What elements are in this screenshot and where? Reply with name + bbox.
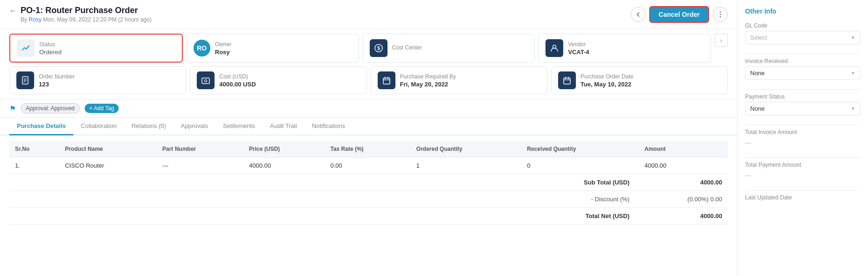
table-row: 1. CISCO Router --- 4000.00 0.00 1 0 400… — [9, 157, 728, 174]
col-product-name: Product Name — [59, 141, 157, 157]
divider-1 — [745, 54, 861, 54]
invoice-received-select[interactable]: None ▼ — [745, 66, 861, 80]
gl-code-select[interactable]: Select ▼ — [745, 31, 861, 44]
tab-collaboration[interactable]: Collaboration — [73, 118, 124, 135]
purchase-required-by-info: Purchase Required By Fri, May 20, 2022 — [400, 73, 456, 88]
total-label: Total Net (USD) — [522, 208, 639, 225]
cancel-order-button[interactable]: Cancel Order — [649, 6, 709, 23]
order-number-value: 123 — [39, 81, 75, 88]
total-payment-amount-value: --- — [745, 170, 861, 181]
status-card[interactable]: Status Ordered — [9, 34, 183, 63]
discount-row: - Discount (%) (0.00%) 0.00 — [9, 191, 728, 208]
cost-center-info: Cost Center — [392, 44, 422, 52]
col-amount: Amount — [639, 141, 728, 157]
tab-approvals[interactable]: Approvals — [173, 118, 215, 135]
owner-info: Owner Rosy — [215, 41, 231, 56]
purchase-order-date-info: Purchase Order Date Tue, May 10, 2022 — [581, 73, 633, 88]
approval-tag: Approval: Approved — [21, 103, 80, 113]
cell-part-number: --- — [157, 157, 244, 174]
purchase-required-by-value: Fri, May 20, 2022 — [400, 81, 456, 88]
status-info: Status Ordered — [39, 41, 62, 56]
svg-point-0 — [720, 11, 721, 12]
svg-text:$: $ — [377, 45, 380, 51]
cost-center-card[interactable]: $ Cost Center — [363, 34, 535, 63]
sidebar-title: Other Info — [745, 7, 861, 15]
purchase-required-by-label: Purchase Required By — [400, 73, 456, 80]
owner-card[interactable]: RO Owner Rosy — [187, 34, 359, 63]
cell-product-name: CISCO Router — [59, 157, 157, 174]
purchase-required-by-card[interactable]: Purchase Required By Fri, May 20, 2022 — [371, 66, 547, 94]
payment-status-select[interactable]: None ▼ — [745, 102, 861, 115]
svg-point-2 — [720, 16, 721, 17]
tab-audit-trail[interactable]: Audit Trail — [263, 118, 305, 135]
table-container: Sr.No Product Name Part Number Price (US… — [0, 135, 737, 276]
header-datetime: Mon, May 09, 2022 12:20 PM (2 hours ago) — [43, 16, 151, 23]
more-icon — [717, 11, 724, 18]
cell-price: 4000.00 — [244, 157, 325, 174]
purchase-order-date-label: Purchase Order Date — [581, 73, 633, 80]
cost-usd-info: Cost (USD) 4000.00 USD — [219, 73, 256, 88]
owner-label: Owner — [215, 41, 231, 48]
purchase-order-date-icon — [558, 71, 576, 89]
vendor-label: Vendor — [568, 41, 589, 48]
total-invoice-amount-label: Total Invoice Amount — [745, 129, 861, 135]
svg-rect-10 — [202, 78, 209, 84]
author-link[interactable]: Rosy — [29, 16, 41, 23]
tab-settlements[interactable]: Settlements — [215, 118, 263, 135]
col-sr-no: Sr.No — [9, 141, 59, 157]
more-options-button[interactable] — [713, 7, 728, 22]
order-number-card[interactable]: Order Number 123 — [9, 66, 186, 94]
col-received-qty: Received Quantity — [522, 141, 639, 157]
discount-value: (0.00%) 0.00 — [639, 191, 728, 208]
add-tag-button[interactable]: + Add Tag — [85, 104, 119, 113]
payment-status-chevron-down-icon: ▼ — [851, 106, 855, 111]
header-right: Cancel Order — [631, 6, 728, 23]
svg-point-1 — [720, 14, 721, 14]
gl-code-value: Select — [750, 34, 767, 41]
tags-row: ⚑ Approval: Approved + Add Tag — [0, 99, 737, 118]
tag-icon: ⚑ — [9, 104, 16, 113]
vendor-card[interactable]: Vendor VCAT-4 — [538, 34, 711, 63]
table-header-row: Sr.No Product Name Part Number Price (US… — [9, 141, 728, 157]
cards-next-button[interactable]: › — [715, 34, 728, 47]
nav-left-icon — [634, 11, 642, 18]
col-tax-rate: Tax Rate (%) — [325, 141, 411, 157]
status-label: Status — [39, 41, 62, 48]
purchase-order-date-value: Tue, May 10, 2022 — [581, 81, 633, 88]
cell-amount: 4000.00 — [639, 157, 728, 174]
cost-usd-label: Cost (USD) — [219, 73, 256, 80]
tab-relations[interactable]: Relations (0) — [124, 118, 173, 135]
order-number-info: Order Number 123 — [39, 73, 75, 88]
payment-status-label: Payment Status — [745, 93, 861, 100]
divider-4 — [745, 157, 861, 158]
order-number-icon — [16, 71, 34, 89]
col-ordered-qty: Ordered Quantity — [411, 141, 522, 157]
header-left: ← PO-1: Router Purchase Order By Rosy Mo… — [9, 6, 151, 23]
gl-code-label: GL Code — [745, 22, 861, 29]
purchase-order-date-card[interactable]: Purchase Order Date Tue, May 10, 2022 — [551, 66, 728, 94]
tab-notifications[interactable]: Notifications — [304, 118, 352, 135]
subtotal-value: 4000.00 — [639, 174, 728, 191]
purchase-required-by-icon — [378, 71, 395, 89]
info-cards-row-2: Order Number 123 Cost (USD) — [9, 66, 728, 94]
status-value: Ordered — [39, 49, 62, 56]
back-arrow-icon[interactable]: ← — [9, 7, 17, 15]
sidebar-field-invoice-received: Invoice Received None ▼ — [745, 58, 861, 80]
total-value: 4000.00 — [639, 208, 728, 225]
purchase-details-table: Sr.No Product Name Part Number Price (US… — [9, 141, 728, 225]
subtotal-label: Sub Total (USD) — [522, 174, 639, 191]
page-subtitle: By Rosy Mon, May 09, 2022 12:20 PM (2 ho… — [21, 16, 151, 23]
last-updated-date-label: Last Updated Date — [745, 194, 861, 201]
back-nav-button[interactable] — [631, 7, 646, 22]
sidebar-field-gl-code: GL Code Select ▼ — [745, 22, 861, 44]
info-cards-wrapper: Status Ordered RO Owner Rosy — [0, 29, 737, 99]
page-title: PO-1: Router Purchase Order — [21, 6, 138, 15]
tab-purchase-details[interactable]: Purchase Details — [9, 118, 73, 135]
cell-tax-rate: 0.00 — [325, 157, 411, 174]
owner-value: Rosy — [215, 49, 231, 56]
total-invoice-amount-value: --- — [745, 137, 861, 148]
invoice-received-label: Invoice Received — [745, 58, 861, 64]
sidebar-field-last-updated-date: Last Updated Date — [745, 194, 861, 206]
cost-usd-card[interactable]: Cost (USD) 4000.00 USD — [190, 66, 366, 94]
cell-ordered-qty: 1 — [411, 157, 522, 174]
